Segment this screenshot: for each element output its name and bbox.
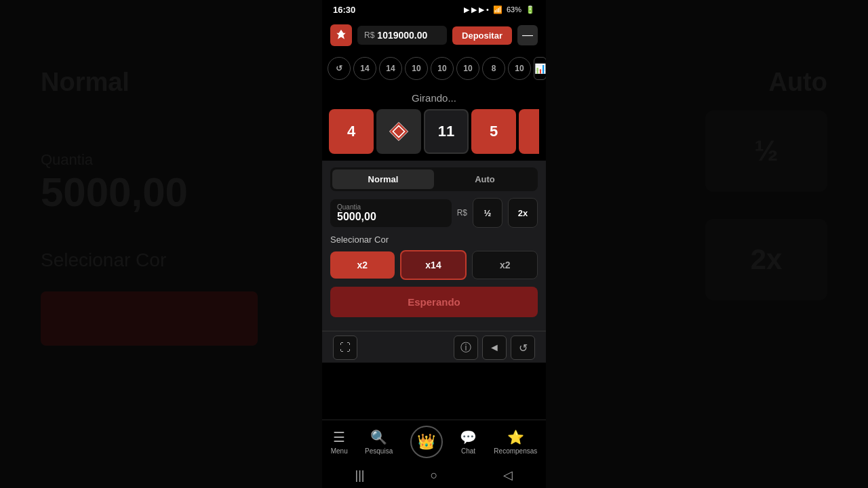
menu-icon: ☰ — [333, 429, 345, 445]
nav-chat[interactable]: 💬 Chat — [460, 429, 477, 455]
android-app-switch[interactable]: ||| — [355, 468, 365, 483]
battery-icon: 🔋 — [526, 5, 535, 14]
sound-button[interactable]: ◄ — [482, 336, 507, 360]
android-nav: ||| ○ ◁ — [322, 462, 546, 488]
tab-normal[interactable]: Normal — [332, 169, 434, 189]
tab-14-1[interactable]: 14 — [353, 57, 376, 80]
quantity-row: Quantia 5000,00 R$ ½ 2x — [330, 198, 538, 228]
slot-11: 11 — [424, 109, 469, 154]
bottom-toolbar: ⛶ ⓘ ◄ ↺ — [322, 331, 546, 363]
nav-menu[interactable]: ☰ Menu — [331, 429, 348, 455]
info-button[interactable]: ⓘ — [454, 336, 478, 360]
double-button[interactable]: 2x — [508, 198, 538, 228]
expand-icon: ⛶ — [340, 342, 351, 354]
slot-5: 5 — [471, 109, 516, 154]
status-time: 16:30 — [333, 5, 355, 15]
color-btn-dark[interactable]: x2 — [472, 251, 538, 279]
bet-controls: Normal Auto Quantia 5000,00 R$ ½ 2x Sele… — [322, 161, 546, 331]
deposit-button[interactable]: Depositar — [452, 26, 512, 45]
crown-icon: 👑 — [417, 433, 435, 451]
nav-search[interactable]: 🔍 Pesquisa — [365, 429, 393, 455]
android-back[interactable]: ◁ — [503, 468, 513, 483]
tab-10-4[interactable]: 10 — [508, 57, 531, 80]
logo-icon — [334, 28, 348, 42]
spinning-label: Girando... — [322, 85, 546, 109]
slot-4: 4 — [329, 109, 374, 154]
number-tabs-row: ↺ 14 14 10 10 10 8 10 📊 — [322, 52, 546, 85]
slot-partial — [519, 109, 539, 154]
slot-logo — [376, 109, 421, 154]
refresh-button[interactable]: ↺ — [511, 336, 535, 360]
battery-text: 63% — [507, 5, 521, 14]
quantity-value: 5000,00 — [337, 211, 445, 223]
menu-label: Menu — [331, 447, 348, 455]
quantity-label: Quantia — [337, 203, 445, 211]
refresh-icon: ↺ — [519, 342, 528, 354]
info-icon: ⓘ — [460, 341, 471, 355]
search-icon: 🔍 — [370, 429, 387, 445]
slot-logo-icon — [387, 120, 410, 143]
nav-home[interactable]: 👑 — [410, 426, 443, 458]
rewards-label: Recompensas — [494, 447, 537, 455]
color-section-label: Selecionar Cor — [330, 235, 538, 245]
bar-chart-icon[interactable]: 📊 — [534, 57, 546, 80]
color-buttons: x2 x14 x2 — [330, 250, 538, 280]
status-icons: ▶ ▶ ▶ • 📶 63% 🔋 — [464, 5, 535, 14]
sound-icon: ◄ — [489, 342, 500, 354]
tab-14-2[interactable]: 14 — [379, 57, 402, 80]
half-button[interactable]: ½ — [473, 198, 502, 228]
tab-refresh[interactable]: ↺ — [328, 57, 351, 80]
game-area: Girando... 4 11 5 Normal — [322, 85, 546, 420]
notification-icons: ▶ ▶ ▶ • — [464, 5, 489, 14]
tab-10-3[interactable]: 10 — [456, 57, 479, 80]
chat-label: Chat — [461, 447, 475, 455]
status-bar: 16:30 ▶ ▶ ▶ • 📶 63% 🔋 — [322, 0, 546, 19]
currency-label: R$ — [364, 30, 374, 40]
wheel-row: 4 11 5 — [322, 109, 546, 161]
color-btn-logo[interactable]: x14 — [400, 250, 467, 280]
balance-amount: 1019000.00 — [377, 30, 427, 41]
signal-icon: 📶 — [493, 5, 502, 14]
chat-icon: 💬 — [460, 429, 477, 445]
minus-icon: — — [522, 29, 533, 41]
header-menu-button[interactable]: — — [517, 25, 538, 45]
quantity-input-wrap: Quantia 5000,00 — [330, 199, 452, 227]
phone-modal: 16:30 ▶ ▶ ▶ • 📶 63% 🔋 R$ 1019000.00 Depo… — [322, 0, 546, 488]
search-label: Pesquisa — [365, 447, 393, 455]
nav-rewards[interactable]: ⭐ Recompensas — [494, 429, 537, 455]
tab-10-1[interactable]: 10 — [405, 57, 428, 80]
action-button[interactable]: Esperando — [330, 287, 538, 317]
color-btn-red[interactable]: x2 — [330, 251, 395, 279]
app-header: R$ 1019000.00 Depositar — — [322, 19, 546, 52]
mode-tabs: Normal Auto — [330, 167, 538, 191]
app-logo — [330, 24, 352, 46]
tab-8[interactable]: 8 — [482, 57, 505, 80]
tab-auto[interactable]: Auto — [434, 169, 536, 189]
balance-display: R$ 1019000.00 — [357, 26, 447, 45]
expand-button[interactable]: ⛶ — [333, 336, 357, 360]
currency-label-bet: R$ — [457, 208, 467, 218]
nav-bar: ☰ Menu 🔍 Pesquisa 👑 💬 Chat ⭐ Recompensas — [322, 420, 546, 462]
android-home[interactable]: ○ — [431, 468, 438, 483]
tab-10-2[interactable]: 10 — [431, 57, 454, 80]
rewards-icon: ⭐ — [507, 429, 524, 445]
